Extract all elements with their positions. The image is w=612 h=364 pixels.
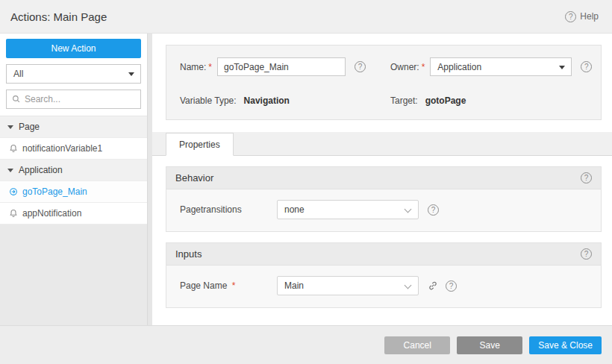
actions-dialog: Actions: Main Page ? Help New Action All [0,0,612,364]
tree-group-label: Page [19,122,40,132]
action-summary-panel: Name: * ? Owner: * Application ? [166,45,602,120]
new-action-button[interactable]: New Action [6,39,141,58]
cancel-button[interactable]: Cancel [384,336,450,354]
chevron-down-icon [128,72,134,76]
required-marker: * [232,280,236,291]
action-tree: Page notificationVariable1 Application [0,116,147,225]
tree-group-application[interactable]: Application [0,160,147,181]
inputs-section-body: Page Name * Main ? [166,266,601,307]
collapse-caret-icon [7,169,13,172]
behavior-title: Behavior [175,172,213,183]
page-name-label-text: Page Name [180,280,227,291]
tree-group-page[interactable]: Page [0,116,147,138]
help-link[interactable]: ? Help [565,11,599,22]
inputs-section-header: Inputs ? [166,243,601,266]
sidebar: New Action All Page [0,34,147,325]
sidebar-scrollbar[interactable] [147,34,152,325]
navigation-icon [9,187,18,196]
form-row-type-target: Variable Type: Navigation Target: gotoPa… [180,95,587,106]
variable-type-value: Navigation [244,95,290,106]
name-label: Name: [180,62,206,72]
page-title: Actions: Main Page [10,10,107,23]
name-input[interactable] [217,57,346,76]
page-name-value: Main [284,280,304,291]
tab-strip: Properties [152,132,612,156]
notification-icon [9,209,18,218]
page-name-help-icon[interactable]: ? [446,280,457,292]
owner-help-icon[interactable]: ? [581,61,592,72]
behavior-section-header: Behavior ? [166,167,601,189]
collapse-caret-icon [7,125,13,129]
variable-type-label: Variable Type: [180,95,237,106]
target-value: gotoPage [425,95,466,106]
notification-icon [9,144,18,153]
body: New Action All Page [0,34,612,325]
chevron-down-icon [559,66,565,69]
tree-item-label: goToPage_Main [22,186,87,197]
target-label: Target: [390,95,418,106]
inputs-title: Inputs [175,248,202,260]
tree-item-appnotification[interactable]: appNotification [0,203,147,225]
tree-item-label: appNotification [22,208,81,219]
filter-select-value: All [13,69,23,79]
behavior-section-body: Pagetransitions none ? [166,189,601,231]
required-marker: * [208,62,212,72]
chevron-down-icon [405,282,412,289]
pagetransitions-label: Pagetransitions [180,204,277,215]
bind-variable-link-icon[interactable] [428,280,438,291]
behavior-section: Behavior ? Pagetransitions none ? [166,166,602,232]
filter-select[interactable]: All [6,64,141,84]
owner-select[interactable]: Application [430,57,572,76]
tree-item-label: notificationVariable1 [22,143,102,154]
tree-item-notificationvariable1[interactable]: notificationVariable1 [0,138,147,160]
inputs-section: Inputs ? Page Name * Main ? [166,242,602,308]
main-content: Name: * ? Owner: * Application ? [152,34,612,325]
pagetransitions-help-icon[interactable]: ? [428,204,439,216]
sidebar-empty-area [0,225,147,325]
inputs-help-icon[interactable]: ? [581,248,592,260]
page-name-dropdown[interactable]: Main [277,276,419,295]
page-name-label: Page Name * [180,280,277,291]
owner-label: Owner: [390,62,419,72]
name-help-icon[interactable]: ? [355,61,366,72]
behavior-help-icon[interactable]: ? [581,172,592,183]
pagetransitions-value: none [284,204,305,215]
tab-properties[interactable]: Properties [166,133,234,156]
tree-group-label: Application [19,165,63,175]
form-row-name-owner: Name: * ? Owner: * Application ? [180,57,587,76]
pagetransitions-dropdown[interactable]: none [277,200,419,219]
owner-select-value: Application [437,62,481,72]
footer: Cancel Save Save & Close [0,325,612,364]
search-input[interactable] [25,94,135,104]
tree-item-gotopage-main[interactable]: goToPage_Main [0,181,147,203]
required-marker: * [422,62,425,72]
help-icon: ? [565,11,576,22]
header: Actions: Main Page ? Help [0,0,612,34]
save-and-close-button[interactable]: Save & Close [529,336,602,354]
chevron-down-icon [405,206,412,213]
help-label: Help [580,11,599,22]
search-icon [12,95,21,104]
search-box[interactable] [6,90,141,109]
save-button[interactable]: Save [457,336,522,354]
